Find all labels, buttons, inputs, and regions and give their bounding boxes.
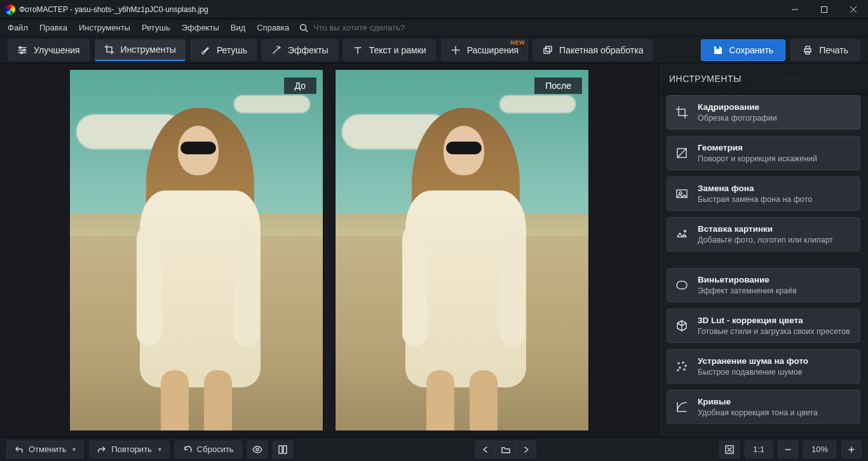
panel-card-title: Вставка картинки (698, 224, 852, 234)
panel-card-replace-bg[interactable]: Замена фонаБыстрая замена фона на фото (667, 177, 860, 211)
mountain-decoration-icon (741, 71, 868, 90)
panel-body: КадрированиеОбрезка фотографииГеометрияП… (659, 90, 868, 437)
menu-view[interactable]: Вид (226, 20, 251, 35)
eye-icon (252, 444, 262, 455)
menu-edit[interactable]: Правка (34, 20, 72, 35)
print-label: Печать (819, 45, 848, 55)
panel-heading-text: ИНСТРУМЕНТЫ (669, 74, 742, 84)
svg-rect-32 (283, 446, 287, 453)
svg-point-25 (682, 362, 684, 363)
panel-card-curves[interactable]: КривыеУдобная коррекция тона и цвета (667, 390, 860, 424)
panel-card-title: Замена фона (698, 184, 852, 193)
split-icon (278, 444, 288, 455)
print-button[interactable]: Печать (790, 39, 860, 61)
fit-screen-button[interactable] (719, 441, 740, 458)
compare-split-button[interactable] (273, 441, 293, 458)
chevron-down-icon: ▾ (72, 446, 76, 453)
3dlut-icon (675, 319, 689, 333)
panel-card-vignette[interactable]: ВиньетированиеЭффект затемнения краёв (667, 268, 860, 302)
close-button[interactable] (839, 0, 868, 19)
tab-enhance[interactable]: Улучшения (8, 39, 90, 61)
tab-label: Улучшения (34, 45, 80, 55)
main-area: До После ИНСТРУМЕНТЫ КадрированиеОбрезка… (0, 63, 868, 437)
panel-card-subtitle: Быстрое подавление шумов (698, 368, 852, 377)
save-label: Сохранить (729, 45, 774, 55)
panel-card-crop[interactable]: КадрированиеОбрезка фотографии (667, 95, 860, 130)
panel-card-denoise[interactable]: Устранение шума на фотоБыстрое подавлени… (667, 349, 860, 384)
svg-point-30 (256, 448, 259, 451)
panel-card-subtitle: Быстрая замена фона на фото (698, 195, 852, 204)
tab-text-frames[interactable]: Текст и рамки (343, 39, 436, 61)
prev-file-button[interactable] (475, 441, 496, 458)
undo-button[interactable]: Отменить ▾ (6, 441, 84, 458)
next-file-button[interactable] (516, 441, 536, 458)
new-badge: NEW (511, 39, 526, 46)
denoise-icon (675, 359, 689, 373)
panel-card-title: Геометрия (698, 143, 852, 152)
redo-icon (97, 445, 106, 454)
tab-retouch[interactable]: Ретушь (191, 39, 257, 61)
svg-line-5 (306, 30, 308, 32)
print-icon (803, 45, 813, 55)
menu-effects[interactable]: Эффекты (177, 20, 224, 35)
maximize-button[interactable] (810, 0, 839, 19)
panel-card-title: 3D Lut - коррекция цвета (698, 316, 852, 325)
tab-label: Эффекты (288, 45, 329, 55)
menu-help[interactable]: Справка (252, 20, 294, 35)
zoom-value[interactable]: 10% (803, 441, 836, 458)
panel-card-geometry[interactable]: ГеометрияПоворот и коррекция искажений (667, 136, 860, 170)
canvas-area[interactable]: До После (0, 63, 658, 437)
curves-icon (675, 400, 689, 414)
tab-label: Ретушь (217, 45, 247, 55)
save-icon (713, 45, 723, 55)
svg-point-24 (678, 363, 679, 364)
search-icon[interactable] (299, 23, 308, 32)
tab-batch[interactable]: Пакетная обработка (533, 39, 653, 61)
tab-label: Расширения (467, 45, 519, 55)
actual-size-button[interactable]: 1:1 (745, 441, 773, 458)
undo-icon (15, 445, 24, 454)
reset-button[interactable]: Сбросить (175, 441, 242, 458)
tab-label: Инструменты (121, 44, 176, 55)
reset-label: Сбросить (197, 444, 234, 454)
chevron-down-icon: ▾ (158, 446, 161, 453)
wand-icon (271, 45, 281, 55)
menu-retouch[interactable]: Ретушь (137, 20, 175, 35)
crop-icon (675, 105, 689, 119)
svg-rect-23 (677, 281, 687, 289)
fit-screen-icon (725, 445, 734, 454)
zoom-out-button[interactable] (778, 441, 798, 458)
tab-tools[interactable]: Инструменты (95, 39, 186, 61)
panel-card-title: Кадрирование (698, 102, 852, 112)
file-nav-group (475, 441, 536, 458)
menu-file[interactable]: Файл (3, 20, 33, 35)
vignette-icon (675, 278, 689, 292)
panel-heading: ИНСТРУМЕНТЫ (659, 63, 868, 90)
menu-tools[interactable]: Инструменты (74, 20, 135, 35)
svg-rect-1 (822, 6, 827, 12)
zoom-in-button[interactable] (841, 441, 862, 458)
tab-label: Пакетная обработка (559, 45, 643, 55)
reset-icon (183, 445, 192, 454)
panel-card-subtitle: Обрезка фотографии (698, 114, 852, 123)
replace-bg-icon (675, 187, 689, 201)
panel-card-3dlut[interactable]: 3D Lut - коррекция цветаГотовые стили и … (667, 309, 860, 343)
chevron-right-icon (522, 446, 530, 453)
right-panel: ИНСТРУМЕНТЫ КадрированиеОбрезка фотограф… (658, 63, 868, 437)
redo-button[interactable]: Повторить ▾ (89, 441, 169, 458)
geometry-icon (675, 146, 689, 160)
before-photo: До (69, 69, 323, 431)
search-placeholder[interactable]: Что вы хотите сделать? (313, 23, 405, 32)
svg-rect-15 (546, 46, 552, 51)
panel-card-title: Устранение шума на фото (698, 356, 852, 366)
panel-card-subtitle: Готовые стили и загрузка своих пресетов (698, 327, 852, 336)
toggle-preview-button[interactable] (247, 441, 268, 458)
zoom-text: 10% (811, 444, 828, 454)
panel-card-subtitle: Поворот и коррекция искажений (698, 154, 852, 163)
panel-card-insert-image[interactable]: Вставка картинкиДобавьте фото, логотип и… (667, 217, 860, 251)
tab-extensions[interactable]: NEW Расширения (441, 39, 528, 61)
minimize-button[interactable] (780, 0, 810, 19)
tab-effects[interactable]: Эффекты (262, 39, 338, 61)
save-button[interactable]: Сохранить (701, 39, 786, 61)
open-folder-button[interactable] (496, 441, 516, 458)
